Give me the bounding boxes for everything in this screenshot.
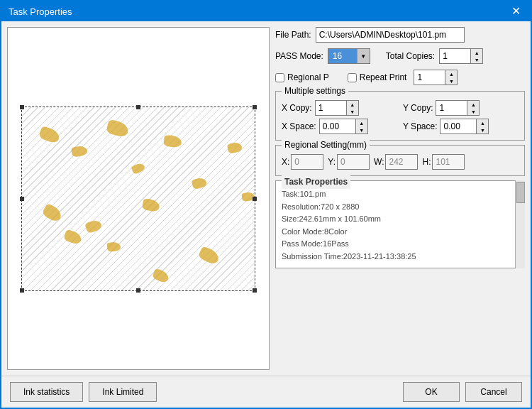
repeat-print-down[interactable]: ▼ bbox=[445, 77, 457, 84]
handle-tr[interactable] bbox=[253, 105, 257, 109]
task-info-content: Task:101.pm Resolution:720 x 2880 Size:2… bbox=[282, 188, 519, 263]
pass-mode-select[interactable]: 16 ▼ bbox=[328, 48, 370, 64]
blob bbox=[152, 268, 170, 283]
file-path-label: File Path: bbox=[275, 30, 311, 40]
y-space-btns: ▲ ▼ bbox=[477, 119, 489, 134]
repeat-print-row: Repeat Print bbox=[348, 72, 407, 82]
task-properties-wrapper: Task Properties Task:101.pm Resolution:7… bbox=[275, 180, 525, 268]
cancel-button[interactable]: Cancel bbox=[465, 382, 522, 402]
x-copy-spinner: ▲ ▼ bbox=[315, 100, 359, 116]
y-copy-field: Y Copy: ▲ ▼ bbox=[403, 100, 519, 116]
y-coord-label: Y: bbox=[328, 157, 336, 167]
total-copies-down[interactable]: ▼ bbox=[471, 56, 482, 63]
x-copy-up[interactable]: ▲ bbox=[347, 101, 358, 108]
total-copies-spinner: ▲ ▼ bbox=[439, 48, 483, 64]
repeat-print-label: Repeat Print bbox=[360, 72, 407, 82]
x-space-label: X Space: bbox=[282, 121, 316, 131]
w-coord-label: W: bbox=[374, 157, 384, 167]
total-copies-up[interactable]: ▲ bbox=[471, 49, 482, 56]
image-container bbox=[7, 27, 270, 370]
x-coord-label: X: bbox=[282, 157, 289, 167]
repeat-print-spinner-btns: ▲ ▼ bbox=[445, 70, 458, 85]
blob bbox=[84, 218, 103, 234]
task-resolution: Resolution:720 x 2880 bbox=[282, 201, 519, 214]
y-space-up[interactable]: ▲ bbox=[477, 119, 488, 126]
task-scrollbar[interactable] bbox=[515, 180, 525, 268]
blob bbox=[71, 145, 88, 158]
regional-checkbox[interactable] bbox=[275, 73, 284, 82]
handle-ml[interactable] bbox=[20, 197, 24, 201]
x-copy-input[interactable] bbox=[315, 100, 347, 116]
blob bbox=[63, 229, 83, 245]
y-copy-label: Y Copy: bbox=[403, 103, 433, 113]
regional-checkbox-row: Regional P bbox=[275, 72, 329, 82]
window-title: Task Properties bbox=[9, 6, 72, 17]
task-pass-mode: Pass Mode:16Pass bbox=[282, 238, 519, 251]
y-space-label: Y Space: bbox=[403, 121, 437, 131]
x-space-btns: ▲ ▼ bbox=[356, 119, 368, 134]
x-space-input[interactable] bbox=[319, 119, 356, 134]
repeat-print-input[interactable] bbox=[414, 70, 445, 85]
y-copy-input[interactable] bbox=[436, 100, 467, 116]
repeat-print-up[interactable]: ▲ bbox=[445, 70, 457, 77]
ok-label: OK bbox=[425, 387, 437, 397]
y-copy-down[interactable]: ▼ bbox=[467, 108, 479, 115]
ink-limited-button[interactable]: Ink Limited bbox=[89, 382, 157, 402]
y-space-input[interactable] bbox=[440, 119, 477, 134]
y-copy-up[interactable]: ▲ bbox=[467, 101, 479, 108]
task-size: Size:242.61mm x 101.60mm bbox=[282, 213, 519, 226]
handle-tm[interactable] bbox=[136, 105, 140, 109]
task-properties-title: Task Properties bbox=[282, 175, 350, 189]
handle-bl[interactable] bbox=[20, 288, 24, 293]
x-copy-label: X Copy: bbox=[282, 103, 312, 113]
close-button[interactable]: ✕ bbox=[509, 6, 523, 17]
x-copy-down[interactable]: ▼ bbox=[347, 108, 358, 115]
total-copies-spinner-btns: ▲ ▼ bbox=[471, 48, 483, 64]
pass-mode-row: PASS Mode: 16 ▼ Total Copies: ▲ ▼ bbox=[275, 48, 525, 64]
ok-button[interactable]: OK bbox=[403, 382, 460, 402]
regional-row: Regional P Repeat Print ▲ ▼ bbox=[275, 70, 525, 85]
pass-mode-arrow[interactable]: ▼ bbox=[357, 49, 370, 63]
scroll-thumb[interactable] bbox=[516, 182, 525, 203]
x-space-down[interactable]: ▼ bbox=[356, 126, 367, 133]
x-coord-input[interactable] bbox=[291, 154, 323, 170]
y-space-down[interactable]: ▼ bbox=[477, 126, 488, 133]
regional-setting-row: X: Y: W: H: bbox=[282, 154, 519, 170]
h-coord-field: H: bbox=[422, 154, 465, 170]
handle-br[interactable] bbox=[253, 288, 257, 293]
task-properties-window: Task Properties ✕ bbox=[0, 0, 532, 409]
repeat-print-spinner: ▲ ▼ bbox=[414, 70, 458, 85]
multiple-settings-section: Multiple settings X Copy: ▲ ▼ Y bbox=[275, 91, 525, 141]
regional-setting-title: Regional Setting(mm) bbox=[282, 140, 370, 150]
y-coord-input[interactable] bbox=[337, 154, 370, 170]
blob bbox=[227, 141, 243, 154]
h-coord-input[interactable] bbox=[432, 154, 465, 170]
task-name: Task:101.pm bbox=[282, 188, 519, 201]
blob bbox=[106, 119, 130, 138]
x-space-up[interactable]: ▲ bbox=[356, 119, 367, 126]
regional-setting-section: Regional Setting(mm) X: Y: W: bbox=[275, 145, 525, 176]
blob bbox=[163, 134, 182, 147]
y-space-field: Y Space: ▲ ▼ bbox=[403, 119, 519, 134]
w-coord-input[interactable] bbox=[385, 154, 418, 170]
ink-statistics-button[interactable]: Ink statistics bbox=[10, 382, 83, 402]
blob bbox=[38, 125, 61, 143]
bottom-bar: Ink statistics Ink Limited OK Cancel bbox=[1, 376, 531, 408]
handle-tl[interactable] bbox=[20, 105, 24, 109]
task-submission-time: Submission Time:2023-11-21-13:38:25 bbox=[282, 251, 519, 263]
x-coord-field: X: bbox=[282, 154, 323, 170]
title-bar: Task Properties ✕ bbox=[1, 1, 531, 21]
repeat-print-checkbox[interactable] bbox=[348, 73, 357, 82]
y-space-spinner: ▲ ▼ bbox=[440, 119, 489, 134]
x-copy-btns: ▲ ▼ bbox=[347, 100, 359, 116]
blob bbox=[106, 241, 121, 252]
blob bbox=[41, 202, 64, 223]
file-path-input[interactable] bbox=[316, 27, 465, 43]
total-copies-input[interactable] bbox=[439, 48, 471, 64]
task-properties-box: Task Properties Task:101.pm Resolution:7… bbox=[275, 180, 525, 268]
handle-bm[interactable] bbox=[136, 288, 140, 293]
main-content: File Path: PASS Mode: 16 ▼ Total Copies:… bbox=[1, 21, 531, 376]
handle-mr[interactable] bbox=[253, 197, 257, 201]
regional-label: Regional P bbox=[287, 72, 329, 82]
pass-mode-label: PASS Mode: bbox=[275, 51, 323, 61]
